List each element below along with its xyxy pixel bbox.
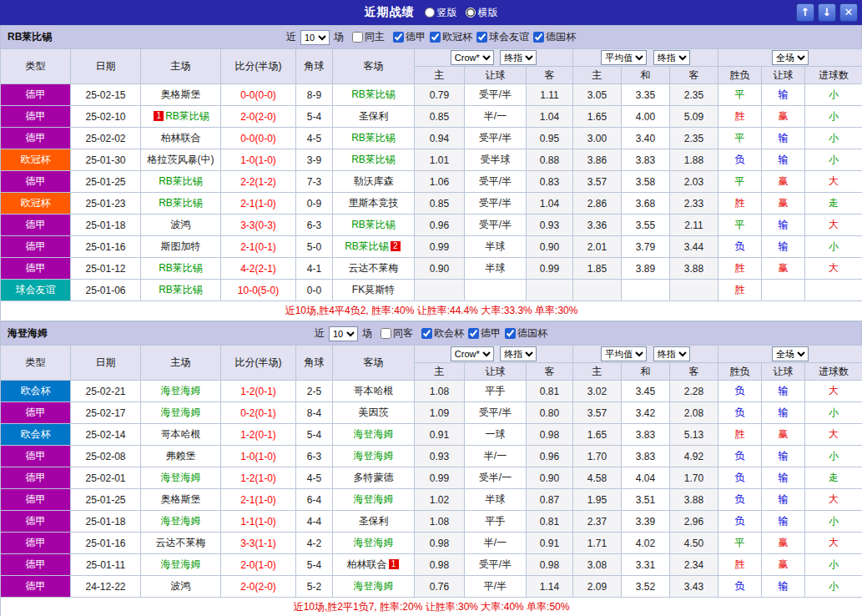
bookmaker-select[interactable]: Crow* (451, 50, 494, 65)
avg-select[interactable]: 平均值 (601, 50, 647, 65)
odds-stage-select[interactable]: 终指 (500, 346, 537, 361)
col-header-goals-result: 进球数 (805, 363, 862, 381)
match-count-select[interactable]: 10 (300, 30, 330, 45)
avg-odds-home: 1.71 (573, 533, 622, 554)
handicap-line: 受平/半 (465, 402, 527, 424)
league-filter[interactable]: 欧冠杯 (430, 30, 472, 44)
result-cell: 负 (718, 467, 762, 489)
summary-row: 近10场,胜2平1负7, 胜率:20% 让胜率:30% 大率:40% 单率:50… (1, 598, 862, 616)
avg-odds-draw: 4.02 (622, 533, 670, 554)
score-cell: 2-1(0-1) (221, 236, 296, 258)
move-down-button[interactable]: ↓ (818, 3, 836, 22)
avg-stage-select[interactable]: 终指 (653, 50, 690, 65)
titlebar-buttons: ↑ ↓ ✕ (796, 3, 858, 22)
handicap-result-cell: 赢 (762, 171, 805, 193)
col-header-score: 比分(半场) (221, 49, 296, 84)
league-filter-checkbox[interactable] (393, 32, 404, 43)
same-venue-filter[interactable]: 同主 (352, 30, 385, 44)
away-team-cell: RB莱比锡 (333, 215, 415, 236)
match-date: 25-02-14 (71, 424, 141, 446)
layout-radio[interactable] (466, 8, 476, 18)
rank-badge: 1 (154, 111, 164, 121)
layout-radio-option[interactable]: 竖版 (425, 6, 457, 20)
league-filter-checkbox[interactable] (505, 328, 516, 339)
avg-odds-draw (622, 280, 670, 301)
match-count-select[interactable]: 10 (329, 326, 358, 341)
goals-result-cell: 小 (805, 128, 862, 149)
league-filter-checkbox[interactable] (421, 328, 432, 339)
handicap-odds-away: 1.14 (527, 576, 573, 598)
same-venue-checkbox[interactable] (352, 32, 363, 43)
bookmaker-select[interactable]: Crow* (451, 346, 494, 361)
away-team-cell: RB莱比锡 (333, 149, 415, 171)
team-name-text: RB莱比锡 (159, 262, 203, 274)
layout-radio[interactable] (425, 8, 435, 18)
result-cell: 胜 (718, 193, 762, 215)
avg-select[interactable]: 平均值 (601, 346, 647, 361)
league-filters: 欧会杯德甲德国杯 (417, 326, 547, 341)
scope-select[interactable]: 全场 (772, 50, 809, 65)
match-row: 德甲25-01-16斯图加特2-1(0-1)5-0RB莱比锡20.99半球0.9… (1, 236, 862, 258)
team-name-text: 云达不莱梅 (156, 537, 206, 548)
corner-cell: 0-9 (296, 193, 333, 215)
match-date: 25-02-21 (71, 381, 141, 402)
same-venue-filter[interactable]: 同客 (381, 326, 413, 341)
corner-cell: 3-9 (296, 149, 333, 171)
match-row: 球会友谊25-01-06RB莱比锡10-0(5-0)0-0FK莫斯特胜 (1, 280, 862, 301)
league-filter[interactable]: 欧会杯 (421, 326, 464, 341)
rows-body: 欧会杯25-02-21海登海姆1-2(0-1)2-5哥本哈根1.08平手0.81… (1, 381, 862, 598)
league-filter[interactable]: 德国杯 (505, 326, 547, 341)
same-venue-label: 同主 (365, 30, 385, 44)
col-header-odds-home: 主 (415, 67, 465, 84)
odds-stage-select[interactable]: 终指 (500, 50, 537, 65)
corner-cell: 4-2 (296, 533, 333, 554)
score-cell: 1-2(1-0) (221, 467, 296, 489)
avg-odds-draw: 3.45 (622, 381, 670, 402)
handicap-odds-group-header: Crow* 终指 (415, 346, 573, 363)
team-name-text: 海登海姆 (161, 558, 201, 570)
league-filter-checkbox[interactable] (476, 32, 487, 43)
league-filter-checkbox[interactable] (468, 328, 479, 339)
handicap-line: 受半/一 (465, 467, 527, 489)
same-venue-checkbox[interactable] (381, 328, 391, 339)
avg-odds-draw: 3.79 (622, 236, 670, 258)
handicap-odds-away: 1.04 (527, 106, 573, 128)
close-button[interactable]: ✕ (839, 3, 858, 22)
avg-odds-home (573, 280, 622, 301)
avg-odds-home: 2.86 (573, 193, 622, 215)
league-filter-checkbox[interactable] (533, 32, 544, 43)
home-team-cell: 奥格斯堡 (141, 84, 221, 106)
team-name-text: 波鸿 (171, 580, 191, 592)
goals-result-cell: 大 (805, 215, 862, 236)
avg-odds-draw: 3.83 (622, 446, 670, 467)
home-team-cell: RB莱比锡 (141, 280, 221, 301)
avg-odds-away: 2.11 (670, 215, 718, 236)
league-type-badge: 德甲 (1, 446, 71, 467)
home-team-cell: 柏林联合 (141, 128, 221, 149)
match-row: 欧会杯25-02-21海登海姆1-2(0-1)2-5哥本哈根1.08平手0.81… (1, 381, 862, 402)
layout-radio-option[interactable]: 横版 (466, 6, 498, 20)
league-filter-checkbox[interactable] (430, 32, 441, 43)
score-cell: 1-0(1-0) (221, 446, 296, 467)
handicap-line: 半/一 (465, 106, 527, 128)
handicap-odds-home (415, 280, 465, 301)
league-filter[interactable]: 德甲 (468, 326, 501, 341)
league-filter[interactable]: 德甲 (393, 30, 426, 44)
league-filter[interactable]: 德国杯 (533, 30, 576, 44)
handicap-odds-away: 0.81 (527, 381, 573, 402)
move-up-button[interactable]: ↑ (796, 3, 814, 22)
handicap-result-cell: 赢 (762, 258, 805, 280)
score-cell: 2-0(2-0) (221, 106, 296, 128)
avg-odds-group-header: 平均值 终指 (573, 49, 718, 67)
scope-select[interactable]: 全场 (772, 346, 809, 361)
col-header-date: 日期 (71, 346, 141, 381)
handicap-odds-home: 0.90 (415, 258, 465, 280)
avg-odds-away: 1.88 (670, 149, 718, 171)
col-header-type: 类型 (1, 346, 71, 381)
league-filter[interactable]: 球会友谊 (476, 30, 529, 44)
col-header-odds-away: 客 (527, 67, 573, 84)
near-label: 近 (286, 30, 296, 44)
score-cell: 1-0(1-0) (221, 149, 296, 171)
avg-stage-select[interactable]: 终指 (653, 346, 690, 361)
result-cell: 胜 (718, 258, 762, 280)
